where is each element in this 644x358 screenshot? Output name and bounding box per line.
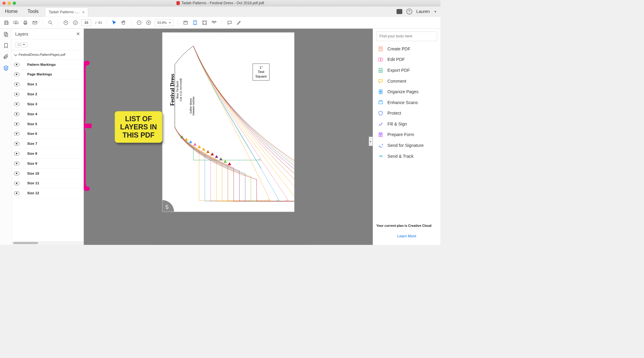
learn-more-link[interactable]: Learn More — [376, 230, 437, 242]
tool-item-protect[interactable]: Protect — [376, 108, 437, 119]
layer-visibility-icon[interactable] — [14, 182, 20, 185]
layers-horizontal-scrollbar[interactable] — [12, 241, 84, 245]
layer-row[interactable]: Size 8 — [12, 149, 84, 159]
user-name[interactable]: Lauren — [416, 9, 430, 14]
tool-item-send-for-signature[interactable]: Send for Signature — [376, 140, 437, 151]
layers-options-menu[interactable]: ▼ — [15, 42, 27, 47]
layer-visibility-icon[interactable] — [14, 102, 20, 106]
layer-row[interactable]: Size 3 — [12, 99, 84, 109]
layer-row[interactable]: Size 2 — [12, 89, 84, 99]
layer-visibility-icon[interactable] — [14, 162, 20, 165]
layer-row[interactable]: Page Markings — [12, 70, 84, 80]
layer-visibility-icon[interactable] — [14, 142, 20, 145]
user-menu-chevron-icon[interactable]: ▼ — [434, 10, 437, 13]
layer-visibility-icon[interactable] — [14, 63, 20, 66]
document-viewport[interactable]: 123456789101112 1" Test Square Festival … — [84, 29, 373, 245]
tools-button[interactable]: Tools — [23, 6, 44, 17]
highlight-icon[interactable] — [236, 19, 243, 26]
pan-tool-icon[interactable] — [120, 19, 127, 26]
tool-icon — [378, 100, 384, 106]
layer-row[interactable]: Size 4 — [12, 109, 84, 119]
page-number-input[interactable] — [81, 19, 91, 26]
zoom-in-icon[interactable] — [145, 19, 152, 26]
layer-visibility-icon[interactable] — [14, 82, 20, 86]
collapse-tools-icon[interactable]: ▸ — [369, 137, 372, 146]
email-icon[interactable] — [31, 19, 38, 26]
gather-note: Gather sleeve between notches — [189, 97, 195, 115]
svg-rect-10 — [193, 21, 196, 24]
layer-visibility-icon[interactable] — [14, 132, 20, 135]
page-up-icon[interactable] — [62, 19, 69, 26]
svg-point-5 — [64, 21, 68, 24]
layer-row[interactable]: Size 7 — [12, 139, 84, 149]
tool-label: Prepare Form — [387, 132, 414, 137]
tool-icon — [378, 153, 384, 160]
help-icon[interactable]: ? — [406, 8, 412, 14]
close-panel-icon[interactable]: ✕ — [76, 31, 80, 37]
layer-visibility-icon[interactable] — [14, 191, 20, 195]
layer-visibility-icon[interactable] — [14, 122, 20, 126]
search-icon[interactable] — [47, 19, 54, 26]
cloud-upload-icon[interactable] — [12, 19, 19, 26]
fullscreen-icon[interactable] — [201, 19, 208, 26]
document-tab[interactable]: Tadah Patterns -… × — [45, 8, 88, 16]
zoom-select[interactable]: 53.8% ▼ — [155, 19, 174, 26]
tool-item-prepare-form[interactable]: Prepare Form — [376, 129, 437, 140]
tool-label: Organize Pages — [387, 89, 419, 94]
tool-item-edit-pdf[interactable]: Edit PDF — [376, 54, 437, 65]
layer-row[interactable]: Pattern Markings — [12, 60, 84, 70]
tool-item-fill-sign[interactable]: Fill & Sign — [376, 119, 437, 129]
layer-row[interactable]: Size 10 — [12, 169, 84, 179]
tool-item-organize-pages[interactable]: Organize Pages — [376, 87, 437, 97]
window-controls — [2, 2, 16, 5]
thumbnails-icon[interactable] — [3, 32, 9, 37]
comment-icon[interactable] — [226, 19, 233, 26]
svg-rect-37 — [379, 101, 382, 104]
save-icon[interactable] — [3, 19, 10, 26]
close-window-icon[interactable] — [2, 2, 5, 5]
home-button[interactable]: Home — [0, 6, 23, 17]
svg-rect-14 — [5, 33, 8, 36]
tool-item-send-track[interactable]: Send & Track — [376, 151, 437, 162]
tool-item-comment[interactable]: Comment — [376, 76, 437, 87]
tool-item-create-pdf[interactable]: Create PDF — [376, 43, 437, 54]
tool-icon — [378, 142, 384, 149]
layer-row[interactable]: Size 1 — [12, 79, 84, 89]
layer-row[interactable]: Size 9 — [12, 159, 84, 169]
maximize-window-icon[interactable] — [13, 2, 16, 5]
layer-row[interactable]: Size 6 — [12, 129, 84, 139]
layer-visibility-icon[interactable] — [14, 72, 20, 76]
layer-visibility-icon[interactable] — [14, 172, 20, 175]
tool-label: Enhance Scans — [387, 100, 418, 105]
layer-label: Size 4 — [27, 112, 37, 116]
tool-item-export-pdf[interactable]: Export PDF — [376, 65, 437, 76]
layer-label: Size 12 — [27, 191, 39, 195]
fit-page-icon[interactable] — [192, 19, 199, 26]
titlebar: Tadah Patterns - Festival Dress - Oct 20… — [0, 0, 441, 6]
layer-visibility-icon[interactable] — [14, 112, 20, 116]
read-mode-icon[interactable] — [211, 19, 218, 26]
layers-icon[interactable] — [3, 65, 9, 71]
minimize-window-icon[interactable] — [8, 2, 11, 5]
layer-row[interactable]: Size 12 — [12, 188, 84, 198]
bookmarks-icon[interactable] — [3, 43, 9, 49]
layer-label: Size 8 — [27, 151, 37, 156]
tools-search-input[interactable] — [376, 32, 437, 41]
attachments-icon[interactable] — [3, 54, 9, 60]
tool-item-enhance-scans[interactable]: Enhance Scans — [376, 97, 437, 108]
select-tool-icon[interactable] — [111, 19, 118, 26]
page-down-icon[interactable] — [72, 19, 79, 26]
layers-file-row[interactable]: FestivalDress-PatternPages.pdf — [12, 50, 84, 59]
layer-row[interactable]: Size 11 — [12, 179, 84, 189]
zoom-out-icon[interactable] — [135, 19, 142, 26]
layer-visibility-icon[interactable] — [14, 92, 20, 96]
layer-visibility-icon[interactable] — [14, 152, 20, 155]
print-icon[interactable] — [22, 19, 29, 26]
tab-close-icon[interactable]: × — [82, 10, 84, 14]
svg-text:4: 4 — [285, 200, 288, 201]
layer-row[interactable]: Size 5 — [12, 119, 84, 129]
notifications-icon[interactable] — [397, 9, 402, 14]
svg-point-4 — [49, 21, 51, 24]
fit-width-icon[interactable] — [182, 19, 189, 26]
svg-text:3: 3 — [276, 200, 279, 201]
